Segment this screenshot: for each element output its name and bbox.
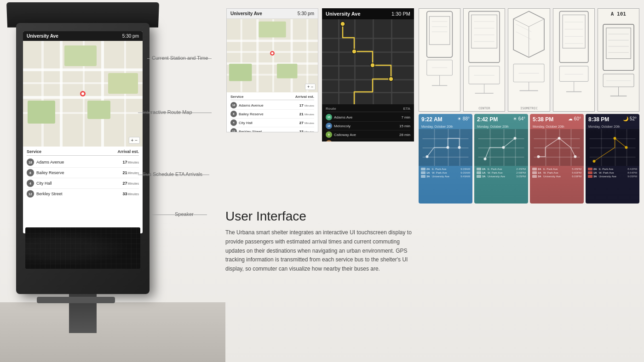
svg-point-40 [370,63,375,68]
route-name-4: City Hall [36,181,122,186]
svg-rect-72 [563,15,585,48]
svg-line-63 [529,19,544,27]
svg-point-39 [352,49,356,54]
svg-point-14 [81,92,84,95]
route-unit-8: Minutes [127,171,139,175]
tc-rose-date: Monday, October 20th [530,125,584,128]
sketch-label-isometric: ISOMETRIC [508,107,549,110]
svg-rect-105 [515,129,516,166]
dark-arrival-label: ETA [403,107,410,111]
tc-dark-date: Monday, October 20th [586,125,639,128]
svg-line-62 [514,19,529,27]
sketch-2-svg [464,9,505,101]
svg-point-99 [458,146,461,149]
svg-rect-25 [229,64,252,81]
route-name-8: Bailey Reserve [36,170,122,175]
route-row-12[interactable]: 12 Berkley Street 33 Minutes [27,189,139,199]
dark-panel-station: University Ave [326,11,361,17]
svg-line-66 [516,32,531,40]
service-table: Service Arrival est. 18 Adams Avenue 17 … [23,147,143,202]
sketch-frame-2: CENTER [463,8,505,112]
dark-route-row-2[interactable]: 18 Meloncoly 15 min [326,122,410,130]
svg-rect-113 [559,129,560,166]
light-panel-map[interactable]: + − [227,19,318,92]
dark-route-row-3[interactable]: 9 Calloway Ave 28 min [326,130,410,139]
tc-blue-map[interactable] [419,129,472,166]
dark-ui-panel: University Ave 1:30 PM Route ETA [322,8,414,141]
sketch-4-svg [553,9,594,101]
svg-rect-31 [322,65,414,67]
route-row-18[interactable]: 18 Adams Avenue 17 Minutes [27,157,139,168]
dark-panel-service: Route ETA 15 Adams Ave 7 min 18 Meloncol… [322,104,414,141]
svg-rect-52 [472,15,497,48]
dark-panel-map[interactable] [322,19,414,104]
svg-point-126 [625,146,628,149]
sketch-label-center: CENTER [464,107,505,110]
screen-map[interactable]: + − [23,41,143,147]
svg-rect-81 [603,24,634,70]
dark-route-row-1[interactable]: 15 Adams Ave 7 min [326,113,410,122]
tc-dark-time: 8:38 PM [588,116,609,123]
light-service-header: Service Arrival est. [230,95,314,100]
sketch-1-svg [419,9,460,101]
tc-teal-date: Monday, October 20th [474,125,528,128]
annotation-station-time-label: Current Station and Time [152,55,208,61]
light-route-row-3[interactable]: 4 City Hall 27 Minutes [230,119,314,127]
svg-point-97 [426,155,429,158]
route-eta-8: 21 [122,170,127,175]
svg-rect-10 [28,101,55,124]
time-card-rose[interactable]: 5:38 PM ☁ 60° Monday, October 20th 2A [530,114,584,204]
svg-point-115 [537,155,540,158]
map-zoom-controls[interactable]: + − [129,137,140,144]
time-cards-container: 9:22 AM ☀ 88° Monday, October 20th [419,114,639,204]
sketch-frame-5: A 101 [598,8,639,112]
tc-blue-time: 9:22 AM [421,116,443,123]
time-card-teal[interactable]: 2:42 PM ☀ 64° Monday, October 20th 2A [474,114,528,204]
sketch-3-svg [508,9,549,101]
sketch-frame-4 [553,8,595,112]
svg-rect-20 [256,19,259,92]
light-route-row-1[interactable]: 18 Adams Avenue 17 Minutes [230,101,314,110]
kiosk-body: University Ave 5:30 pm [16,23,150,294]
route-row-4[interactable]: 4 City Hall 27 Minutes [27,178,139,189]
svg-rect-9 [64,45,97,66]
dark-panel-header: University Ave 1:30 PM [322,8,414,19]
sketch-5-svg [598,18,639,105]
svg-line-65 [516,24,531,32]
tc-blue-weather: ☀ 88° [457,116,470,121]
time-card-blue[interactable]: 9:22 AM ☀ 88° Monday, October 20th [419,114,472,204]
light-route-row-4[interactable]: 12 Berkley Street 33 Minutes [230,127,314,132]
light-panel-time: 5:30 pm [298,11,314,16]
svg-rect-24 [259,22,286,38]
route-unit-12: Minutes [127,192,139,196]
time-card-dark[interactable]: 8:38 PM 🌙 52° Monday, October 20th 2A [586,114,639,204]
tc-dark-map[interactable] [586,129,639,166]
route-row-8[interactable]: 8 Bailey Reserve 21 Minutes [27,168,139,178]
service-table-header: Service Arrival est. [27,149,139,156]
tc-dark-header: 8:38 PM 🌙 52° [586,114,639,125]
route-badge-18: 18 [27,158,34,166]
svg-point-106 [484,158,487,160]
svg-rect-22 [291,19,293,92]
light-service-label: Service [230,95,243,99]
svg-rect-32 [322,79,414,80]
svg-rect-102 [478,157,524,158]
page-description: The Urbana smart shelter integrates an i… [225,228,414,274]
dark-service-header: Route ETA [326,107,410,112]
kiosk-screen[interactable]: University Ave 5:30 pm [23,31,143,233]
svg-rect-26 [277,64,298,79]
dark-route-row-4[interactable]: 7 City Hall 32 min [326,139,410,141]
svg-rect-110 [534,147,580,148]
service-column-header: Service [27,149,41,154]
light-map-zoom[interactable]: + − [305,84,316,90]
svg-rect-93 [423,157,469,158]
route-name-12: Berkley Street [36,192,122,196]
tc-rose-map[interactable] [530,129,584,166]
floor [0,302,225,362]
tc-teal-map[interactable] [474,129,528,166]
tc-dark-schedule: 2A E. Park Ave 8:42PM 1A W. Park Ave 8:5… [586,166,639,180]
svg-point-98 [447,146,449,149]
route-eta-18: 17 [122,160,127,164]
light-map-svg [227,19,318,92]
light-route-row-2[interactable]: 8 Bailey Reserve 21 Minutes [230,110,314,119]
